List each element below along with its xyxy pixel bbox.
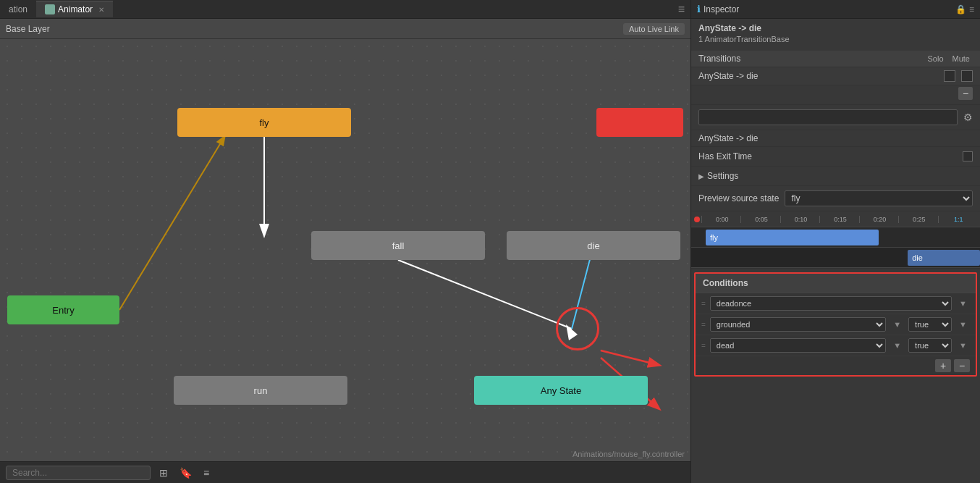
- state-entry[interactable]: Entry: [7, 295, 119, 324]
- transition-title: AnyState -> die: [691, 19, 980, 35]
- animator-panel: ation Animator ✕ ≡ Base Layer Auto Live …: [0, 0, 690, 483]
- mute-checkbox[interactable]: [961, 70, 973, 82]
- auto-live-link-button[interactable]: Auto Live Link: [623, 23, 685, 35]
- track-block-die: die: [908, 250, 980, 266]
- timeline-tracks: fly die: [691, 227, 980, 268]
- settings-text-input[interactable]: [698, 109, 958, 125]
- condition-row-deadonce: = deadonce ▼: [696, 293, 976, 314]
- state-fly-label: fly: [260, 117, 269, 128]
- track-content-fly: fly: [691, 227, 980, 247]
- transitions-label: Transitions: [698, 54, 925, 64]
- search-input[interactable]: [6, 466, 151, 480]
- inspector-content: AnyState -> die 1 AnimatorTransitionBase…: [691, 19, 980, 483]
- has-exit-label: Has Exit Time: [698, 151, 957, 161]
- condition-row-dead: = dead ▼ true ▼: [696, 335, 976, 356]
- timeline-track-fly: fly: [691, 227, 980, 248]
- transition-checkboxes: [944, 70, 973, 82]
- transition-row[interactable]: AnyState -> die: [691, 67, 980, 85]
- state-anystate[interactable]: Any State: [474, 376, 648, 405]
- layer-bar: Base Layer Auto Live Link: [0, 19, 690, 39]
- remove-condition-button[interactable]: −: [954, 359, 970, 372]
- timeline-area: 0:00 0:05 0:10 0:15 0:20 0:25 1:1 fly: [691, 211, 980, 269]
- preview-source-select[interactable]: fly: [785, 190, 973, 206]
- inspector-menu-icon[interactable]: ≡: [969, 4, 974, 14]
- state-red[interactable]: [596, 108, 683, 137]
- solo-mute-labels: Solo Mute: [925, 54, 973, 63]
- state-fly[interactable]: fly: [177, 108, 351, 137]
- condition-value-select-2[interactable]: true: [908, 317, 952, 332]
- condition-value-arrow-3: ▼: [956, 341, 970, 350]
- condition-arrow-1: ▼: [956, 299, 970, 308]
- svg-marker-2: [259, 224, 269, 238]
- solo-label: Solo: [925, 54, 947, 63]
- file-path: Animations/mouse_fly.controller: [573, 450, 685, 458]
- transition-sub: 1 AnimatorTransitionBase: [691, 35, 980, 48]
- transitions-header: Transitions Solo Mute: [691, 51, 980, 67]
- anystate-die-label: AnyState -> die: [691, 130, 980, 147]
- ruler-tick-6: 1:1: [938, 216, 977, 223]
- tab-close-icon[interactable]: ✕: [98, 6, 104, 14]
- gear-icon[interactable]: ⚙: [963, 112, 973, 123]
- condition-handle-2[interactable]: =: [701, 321, 706, 329]
- state-run-label: run: [254, 385, 268, 396]
- condition-value-select-3[interactable]: true: [908, 338, 952, 353]
- tab-animation-label: ation: [9, 4, 28, 14]
- settings-input-row: ⚙: [691, 105, 980, 130]
- tab-animator[interactable]: Animator ✕: [36, 1, 113, 17]
- inspector-header: ℹ Inspector 🔒 ≡: [691, 0, 980, 19]
- has-exit-checkbox[interactable]: [963, 151, 973, 161]
- svg-line-3: [398, 260, 572, 329]
- layers-icon[interactable]: ⊞: [156, 466, 171, 480]
- settings-arrow-icon: ▶: [698, 172, 704, 180]
- svg-marker-4: [566, 324, 578, 340]
- playhead-marker: [694, 217, 700, 222]
- has-exit-row: Has Exit Time: [691, 147, 980, 167]
- tab-animator-label: Animator: [58, 4, 93, 14]
- condition-param-select-3[interactable]: dead: [710, 338, 886, 353]
- condition-param-select-1[interactable]: deadonce: [710, 296, 952, 311]
- red-circle-annotation: [556, 307, 599, 350]
- track-content-die: die: [691, 248, 980, 267]
- conditions-header: Conditions: [696, 274, 976, 293]
- transitions-section: Transitions Solo Mute AnyState -> die −: [691, 48, 980, 105]
- tab-menu-button[interactable]: ≡: [672, 3, 690, 16]
- track-block-fly: fly: [706, 230, 879, 245]
- state-fall[interactable]: fall: [311, 231, 485, 260]
- state-die[interactable]: die: [507, 231, 680, 260]
- preview-row: Preview source state fly: [691, 186, 980, 211]
- inspector-label: Inspector: [704, 4, 739, 14]
- animator-canvas[interactable]: fly Entry fall die run Any State Animati: [0, 39, 690, 461]
- bottom-bar: ⊞ 🔖 ≡: [0, 461, 690, 483]
- track-die-label: die: [912, 253, 923, 262]
- condition-handle-3[interactable]: =: [701, 342, 706, 350]
- inspector-panel: ℹ Inspector 🔒 ≡ AnyState -> die 1 Animat…: [690, 0, 980, 483]
- preview-source-label: Preview source state: [698, 193, 779, 203]
- condition-arrow-2: ▼: [890, 320, 904, 329]
- inspector-icons: 🔒 ≡: [955, 4, 974, 14]
- conditions-footer: + −: [696, 356, 976, 375]
- ruler-tick-4: 0:20: [859, 216, 898, 223]
- svg-line-0: [119, 137, 224, 310]
- ruler-tick-5: 0:25: [898, 216, 937, 223]
- menu-icon[interactable]: ≡: [200, 466, 212, 480]
- ruler-tick-2: 0:10: [780, 216, 819, 223]
- add-condition-button[interactable]: +: [935, 359, 951, 372]
- remove-transition-button[interactable]: −: [958, 87, 973, 100]
- lock-icon[interactable]: 🔒: [955, 4, 966, 14]
- bookmark-icon[interactable]: 🔖: [177, 466, 195, 480]
- transition-row-label: AnyState -> die: [698, 71, 944, 81]
- timeline-ruler: 0:00 0:05 0:10 0:15 0:20 0:25 1:1: [691, 211, 980, 227]
- ruler-tick-3: 0:15: [819, 216, 858, 223]
- mute-label: Mute: [950, 54, 973, 63]
- condition-row-grounded: = grounded ▼ true ▼: [696, 314, 976, 335]
- condition-handle-1[interactable]: =: [701, 300, 706, 308]
- solo-checkbox[interactable]: [944, 70, 955, 82]
- state-anystate-label: Any State: [541, 385, 581, 396]
- condition-param-select-2[interactable]: grounded: [710, 317, 886, 332]
- settings-toggle[interactable]: ▶ Settings: [691, 167, 980, 186]
- settings-text: Settings: [707, 171, 738, 181]
- tab-animation[interactable]: ation: [0, 1, 36, 17]
- minus-btn-area: −: [691, 85, 980, 101]
- svg-line-7: [601, 350, 659, 365]
- state-run[interactable]: run: [174, 376, 347, 405]
